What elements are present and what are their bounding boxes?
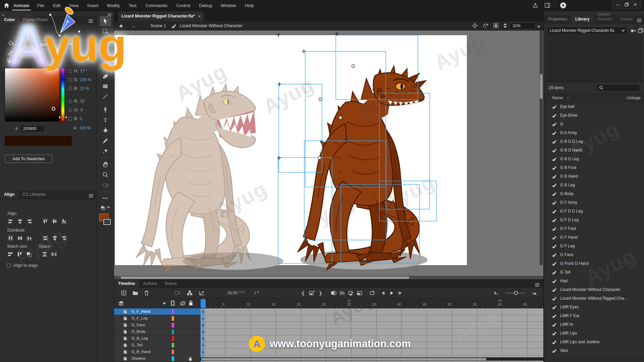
test-movie-button[interactable] — [559, 1, 568, 9]
lasso-tool[interactable] — [100, 37, 111, 47]
tab-scene[interactable]: Scene — [161, 280, 180, 288]
library-item[interactable]: Lizard Monster Without Character — [544, 285, 644, 294]
next-keyframe-icon[interactable]: ❯ — [316, 289, 325, 297]
tab-timeline[interactable]: Timeline — [114, 280, 139, 288]
library-item[interactable]: LMR In — [544, 320, 644, 329]
library-item[interactable]: G B Leg — [544, 181, 644, 189]
sort-ascending-icon[interactable]: ↑ — [567, 95, 569, 100]
tab-cc-libraries[interactable]: CC Libraries — [18, 190, 50, 199]
layer-color-chip[interactable] — [172, 343, 174, 348]
library-item[interactable]: LMR F Ear — [544, 311, 644, 320]
stage-canvas-area[interactable] — [114, 31, 543, 279]
pen-tool[interactable] — [100, 105, 111, 115]
hue-row[interactable]: H:17 ° — [68, 69, 87, 73]
timeline-frame-row[interactable] — [201, 335, 543, 342]
document-tab[interactable]: Lizard Monster Rigged Character.fla* × — [118, 11, 204, 21]
tab-motion-presets[interactable]: Motion Presets — [593, 10, 616, 23]
home-icon[interactable] — [3, 2, 10, 9]
library-item[interactable]: G F Army — [544, 198, 644, 207]
eyedropper-tool[interactable] — [100, 136, 111, 146]
alpha-row[interactable]: A:100 % — [73, 126, 91, 130]
space-horizontal-button[interactable] — [50, 251, 58, 257]
column-linkage[interactable]: Linkage — [627, 96, 641, 100]
restore-button[interactable] — [622, 1, 631, 9]
canvas-horizontal-scrollbar[interactable] — [114, 276, 543, 279]
library-item[interactable]: G F D Leg — [544, 216, 644, 224]
timeline-horizontal-scrollbar[interactable] — [201, 357, 543, 361]
library-item[interactable]: Skin — [544, 346, 644, 355]
library-item[interactable]: LMR Lips and Jowline — [544, 338, 644, 346]
stroke-color-tool-icon[interactable] — [6, 49, 15, 57]
collapse-panels-icon[interactable]: « — [2, 12, 4, 17]
step-back-icon[interactable] — [379, 289, 387, 297]
share-icon[interactable] — [531, 1, 540, 9]
color-panel-menu-icon[interactable] — [89, 21, 93, 21]
menu-item[interactable]: Control — [172, 0, 195, 11]
timeline-frame-row[interactable] — [201, 342, 543, 349]
menu-item[interactable]: Debug — [195, 0, 216, 11]
fps-value[interactable]: 30.00 — [227, 291, 237, 295]
library-item[interactable]: G F Foot — [544, 224, 644, 233]
more-tools-icon[interactable]: ••• — [100, 193, 111, 203]
new-library-panel-icon[interactable] — [638, 28, 643, 33]
text-tool[interactable]: T — [100, 115, 111, 125]
timeline-menu-icon[interactable] — [535, 285, 539, 285]
brightness-row[interactable]: B:13 % — [68, 86, 89, 91]
toolbar-menu-icon[interactable] — [97, 14, 114, 16]
onion-skin-icon[interactable] — [329, 289, 338, 297]
hue-slider-arrow-right[interactable] — [65, 116, 67, 119]
edit-scene-icon[interactable]: ♣ — [119, 23, 123, 28]
layer-color-chip[interactable] — [172, 336, 174, 341]
outline-layers-column-icon[interactable] — [171, 301, 174, 306]
insert-keyframe-icon[interactable]: A — [308, 289, 316, 297]
library-item[interactable]: G b Army — [544, 128, 644, 137]
timeline-zoom-slider[interactable] — [505, 293, 525, 294]
zoom-tool[interactable] — [100, 170, 111, 180]
paint-bucket-tool[interactable] — [100, 125, 111, 135]
library-item[interactable]: Eye ball — [544, 102, 644, 111]
hand-tool[interactable] — [100, 159, 111, 169]
breadcrumb-symbol[interactable]: Lizard Monster Without Character — [180, 23, 243, 28]
layers-stack-icon[interactable] — [118, 301, 124, 306]
new-folder-icon[interactable] — [131, 289, 140, 297]
timeline-layer-row[interactable]: G_Tell — [114, 342, 201, 349]
stroke-color-swatch[interactable] — [103, 219, 111, 225]
zoom-level-input[interactable]: 31% — [509, 22, 536, 29]
graph-editor-icon[interactable] — [197, 289, 206, 297]
new-layer-icon[interactable] — [119, 289, 128, 297]
eraser-tool[interactable] — [100, 71, 111, 81]
highlight-layers-column-icon[interactable] — [163, 302, 165, 304]
menu-item[interactable]: File — [33, 0, 49, 11]
library-item[interactable]: G F Hand — [544, 233, 644, 242]
library-item[interactable]: G Body — [544, 189, 644, 198]
library-item[interactable]: Eye Brow — [544, 111, 644, 120]
hue-slider[interactable] — [61, 68, 65, 122]
distribute-top-button[interactable] — [7, 235, 14, 241]
delete-layer-icon[interactable] — [142, 289, 151, 297]
swap-paste-icons[interactable] — [100, 203, 111, 214]
layer-color-chip[interactable] — [172, 329, 174, 334]
tab-assets[interactable]: Assets — [616, 15, 637, 23]
timeline-layer-row[interactable]: G_F_Leg — [114, 315, 201, 322]
canvas-vertical-scrollbar[interactable] — [540, 31, 543, 265]
menu-item[interactable]: Commands — [141, 0, 172, 11]
library-item[interactable]: G Front D Hand — [544, 259, 644, 268]
3d-rotation-tool[interactable] — [100, 47, 111, 57]
back-arrow-icon[interactable]: ← — [131, 23, 137, 28]
timeline-layer-row[interactable]: G_Body — [114, 328, 201, 335]
center-stage-icon[interactable] — [472, 23, 478, 28]
color-type-dropdown[interactable]: color — [35, 41, 76, 48]
library-item[interactable]: G B D Leg — [544, 155, 644, 163]
align-middle-v-button[interactable] — [51, 218, 58, 224]
close-document-icon[interactable]: × — [198, 14, 201, 19]
swap-colors-icon[interactable] — [7, 59, 12, 63]
green-row[interactable]: G:9 — [68, 108, 83, 112]
align-left-button[interactable] — [7, 218, 14, 224]
match-height-button[interactable] — [16, 251, 23, 257]
hue-slider-arrow-left[interactable] — [59, 116, 61, 119]
align-right-button[interactable] — [25, 218, 33, 224]
library-search-input[interactable] — [596, 84, 640, 92]
distribute-left-button[interactable] — [42, 235, 49, 241]
onion-skin-outlines-icon[interactable] — [338, 289, 346, 297]
timeline-frame-row[interactable] — [201, 308, 543, 315]
